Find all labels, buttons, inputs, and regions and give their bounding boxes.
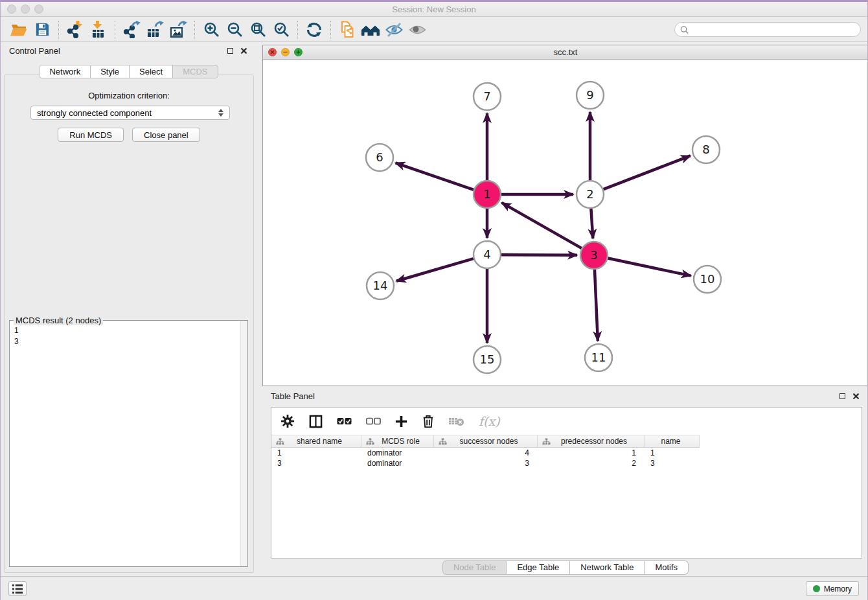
close-table-panel-button[interactable] bbox=[851, 391, 860, 400]
table-panel-title: Table Panel bbox=[271, 391, 315, 401]
graph-edge-3-1[interactable] bbox=[502, 203, 582, 248]
gear-icon bbox=[280, 414, 295, 428]
float-icon bbox=[839, 393, 845, 399]
float-panel-button[interactable] bbox=[225, 46, 234, 55]
run-mcds-button[interactable]: Run MCDS bbox=[58, 128, 124, 142]
close-icon bbox=[240, 47, 247, 54]
save-session-button[interactable] bbox=[30, 19, 54, 40]
zoom-in-button[interactable] bbox=[200, 19, 223, 40]
column-header-mcds-role[interactable]: MCDS role bbox=[361, 435, 434, 447]
graph-edge-1-6[interactable] bbox=[396, 163, 474, 189]
cell-predecessor-nodes[interactable]: 2 bbox=[538, 458, 645, 468]
memory-button[interactable]: Memory bbox=[806, 581, 859, 596]
export-image-button[interactable] bbox=[166, 19, 190, 40]
new-network-from-selection-button[interactable] bbox=[336, 19, 359, 40]
zoom-selected-icon bbox=[273, 21, 290, 38]
network-window-titlebar[interactable]: scc.txt bbox=[263, 45, 868, 60]
table-settings-button[interactable] bbox=[280, 414, 295, 428]
deselect-all-button[interactable] bbox=[366, 416, 381, 426]
criterion-select[interactable]: strongly connected component bbox=[30, 106, 230, 120]
network-minimize-button[interactable] bbox=[281, 48, 290, 56]
toolbar-separator bbox=[58, 21, 59, 39]
search-box[interactable] bbox=[674, 22, 861, 37]
delete-selected-button[interactable] bbox=[422, 414, 435, 428]
cell-name[interactable]: 3 bbox=[645, 458, 700, 468]
tab-style[interactable]: Style bbox=[91, 65, 130, 78]
graph-node-label-2: 2 bbox=[586, 187, 593, 201]
close-window-button[interactable] bbox=[7, 5, 16, 14]
criterion-value: strongly connected component bbox=[37, 108, 152, 118]
split-view-button[interactable] bbox=[309, 415, 323, 428]
zoom-in-icon bbox=[203, 21, 220, 38]
cell-successor-nodes[interactable]: 4 bbox=[434, 448, 538, 458]
apply-layout-button[interactable] bbox=[303, 19, 326, 40]
show-all-button[interactable] bbox=[405, 19, 429, 40]
graph-edge-2-3[interactable] bbox=[591, 209, 593, 238]
graph-edge-4-3[interactable] bbox=[501, 255, 577, 255]
graph-node-label-15: 15 bbox=[480, 352, 495, 366]
open-session-button[interactable] bbox=[7, 19, 30, 40]
save-icon bbox=[35, 22, 50, 37]
table-row[interactable]: 1 dominator 4 1 1 bbox=[271, 448, 862, 458]
hide-selected-button[interactable] bbox=[382, 19, 405, 40]
result-scrollbar[interactable] bbox=[240, 321, 247, 566]
toolbar-separator bbox=[115, 21, 115, 39]
cell-shared-name[interactable]: 1 bbox=[271, 448, 361, 458]
select-all-button[interactable] bbox=[337, 416, 352, 426]
cell-predecessor-nodes[interactable]: 1 bbox=[538, 448, 645, 458]
zoom-out-button[interactable] bbox=[223, 19, 246, 40]
search-input[interactable] bbox=[692, 25, 855, 34]
control-panel-tabs: Network Style Select MCDS bbox=[1, 65, 257, 78]
graph-edge-2-8[interactable] bbox=[604, 156, 691, 189]
tab-network[interactable]: Network bbox=[39, 65, 91, 78]
column-header-shared-name[interactable]: shared name bbox=[271, 435, 361, 447]
zoom-fit-button[interactable] bbox=[246, 19, 269, 40]
mcds-result-line: 3 bbox=[14, 336, 243, 347]
tab-edge-table[interactable]: Edge Table bbox=[507, 560, 570, 575]
table-panel: Table Panel bbox=[262, 387, 868, 577]
column-header-name[interactable]: name bbox=[645, 435, 700, 447]
delete-column-button-disabled bbox=[449, 417, 464, 426]
import-network-button[interactable] bbox=[63, 19, 87, 40]
export-network-button[interactable] bbox=[120, 19, 143, 40]
task-history-button[interactable] bbox=[8, 581, 27, 596]
close-panel-button[interactable] bbox=[239, 46, 248, 55]
optimization-criterion-label: Optimization criterion: bbox=[5, 91, 253, 100]
delete-column-icon bbox=[449, 417, 464, 426]
close-icon bbox=[852, 393, 860, 400]
graph-edge-4-14[interactable] bbox=[396, 259, 474, 281]
titlebar: Session: New Session bbox=[1, 2, 867, 17]
graph-edge-3-11[interactable] bbox=[595, 270, 598, 341]
graph-edge-3-10[interactable] bbox=[608, 259, 691, 276]
cell-shared-name[interactable]: 3 bbox=[271, 458, 361, 468]
add-column-button[interactable] bbox=[395, 415, 407, 428]
graph-node-label-9: 9 bbox=[586, 88, 593, 102]
tab-mcds[interactable]: MCDS bbox=[173, 65, 218, 78]
table-toolbar: f(x) bbox=[271, 408, 862, 435]
eye-icon bbox=[409, 24, 426, 36]
zoom-selected-button[interactable] bbox=[269, 19, 293, 40]
network-zoom-button[interactable] bbox=[294, 48, 303, 56]
network-close-button[interactable] bbox=[268, 48, 277, 56]
cell-mcds-role[interactable]: dominator bbox=[361, 448, 434, 458]
tab-network-table[interactable]: Network Table bbox=[570, 560, 645, 575]
cell-successor-nodes[interactable]: 3 bbox=[434, 458, 538, 468]
close-panel-button-secondary[interactable]: Close panel bbox=[132, 128, 200, 142]
cell-mcds-role[interactable]: dominator bbox=[361, 458, 434, 468]
tab-node-table[interactable]: Node Table bbox=[442, 560, 507, 575]
column-header-successor-nodes[interactable]: successor nodes bbox=[434, 435, 538, 447]
table-row[interactable]: 3 dominator 3 2 3 bbox=[271, 458, 862, 468]
tab-motifs[interactable]: Motifs bbox=[645, 560, 689, 575]
mcds-result-line: 1 bbox=[14, 325, 243, 336]
export-table-button[interactable] bbox=[143, 19, 166, 40]
tab-select[interactable]: Select bbox=[130, 65, 173, 78]
column-header-predecessor-nodes[interactable]: predecessor nodes bbox=[538, 435, 645, 447]
network-canvas[interactable]: 7968124314101511 bbox=[263, 60, 868, 386]
import-table-button[interactable] bbox=[87, 19, 110, 40]
float-table-panel-button[interactable] bbox=[838, 391, 847, 400]
trash-icon bbox=[422, 414, 435, 428]
zoom-window-button[interactable] bbox=[34, 5, 43, 14]
minimize-window-button[interactable] bbox=[21, 5, 30, 14]
cell-name[interactable]: 1 bbox=[645, 448, 700, 458]
first-neighbors-button[interactable] bbox=[359, 19, 382, 40]
